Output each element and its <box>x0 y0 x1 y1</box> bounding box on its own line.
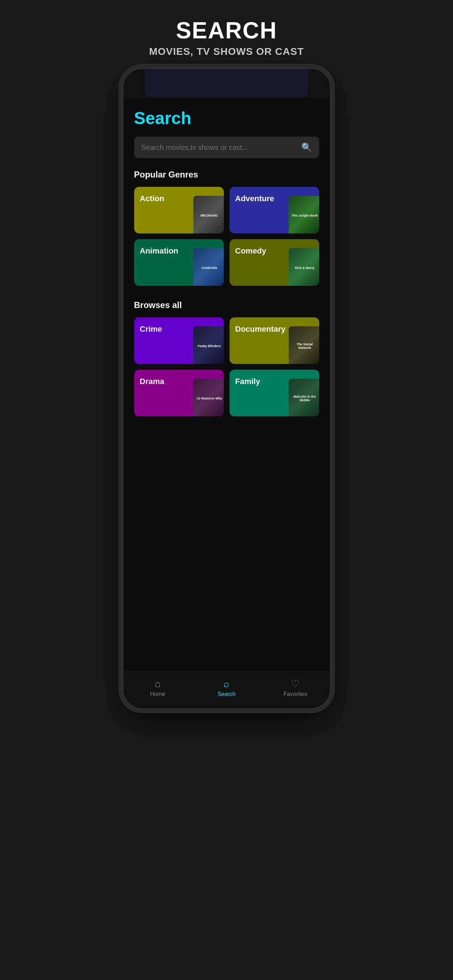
genre-card-crime[interactable]: Crime Peaky Blinders <box>134 317 224 364</box>
genre-image-crime: Peaky Blinders <box>193 326 224 364</box>
genre-image-action: MECHANIC <box>193 196 224 234</box>
top-banner: SEARCH MOVIES, TV SHOWS OR CAST <box>0 0 453 68</box>
genre-image-comedy: Rick & Morty <box>289 248 319 286</box>
genre-poster-drama: 13 Reasons Why <box>193 379 224 416</box>
genre-poster-comedy: Rick & Morty <box>289 248 319 286</box>
genre-image-family: Malcolm in the Middle <box>289 379 319 416</box>
search-icon[interactable]: 🔍 <box>301 142 312 153</box>
phone-notch <box>145 69 308 97</box>
browses-all-label: Browses all <box>134 300 319 310</box>
genre-label-comedy: Comedy <box>235 247 266 255</box>
banner-title: SEARCH <box>7 18 446 43</box>
genre-card-drama[interactable]: Drama 13 Reasons Why <box>134 370 224 416</box>
genre-poster-family: Malcolm in the Middle <box>289 379 319 416</box>
nav-item-search[interactable]: ⌕ Search <box>192 679 261 697</box>
genre-label-crime: Crime <box>140 325 162 334</box>
genre-label-action: Action <box>140 194 164 203</box>
popular-genres-label: Popular Genres <box>134 170 319 180</box>
genre-label-drama: Drama <box>140 377 164 386</box>
genre-image-documentary: The Social Network <box>289 326 319 364</box>
genre-card-action[interactable]: Action MECHANIC <box>134 187 224 234</box>
nav-label-favorites: Favorites <box>284 691 307 697</box>
nav-icon-search: ⌕ <box>223 679 230 689</box>
browses-all-grid: Crime Peaky Blinders Documentary The Soc… <box>134 317 319 416</box>
nav-label-home: Home <box>150 691 165 697</box>
genre-card-family[interactable]: Family Malcolm in the Middle <box>230 370 319 416</box>
genre-poster-adventure: The Jungle Book <box>289 196 319 234</box>
search-input[interactable] <box>141 143 301 152</box>
genre-image-drama: 13 Reasons Why <box>193 379 224 416</box>
nav-item-home[interactable]: ⌂ Home <box>123 679 192 697</box>
genre-label-animation: Animation <box>140 247 179 255</box>
genre-card-comedy[interactable]: Comedy Rick & Morty <box>230 239 319 286</box>
genre-image-adventure: The Jungle Book <box>289 196 319 234</box>
genre-label-adventure: Adventure <box>235 194 274 203</box>
page-title: Search <box>134 108 319 128</box>
search-bar[interactable]: 🔍 <box>134 137 319 158</box>
nav-item-favorites[interactable]: ♡ Favorites <box>261 679 330 697</box>
genre-label-family: Family <box>235 377 260 386</box>
nav-icon-favorites: ♡ <box>291 679 300 689</box>
nav-label-search: Search <box>217 691 236 697</box>
genre-card-adventure[interactable]: Adventure The Jungle Book <box>230 187 319 234</box>
genre-label-documentary: Documentary <box>235 325 286 334</box>
genre-card-documentary[interactable]: Documentary The Social Network <box>230 317 319 364</box>
popular-genres-grid: Action MECHANIC Adventure The Jungle Boo… <box>134 187 319 286</box>
phone-device: Search 🔍 Popular Genres Action MECHANIC … <box>123 68 331 709</box>
nav-icon-home: ⌂ <box>155 679 161 689</box>
phone-screen: Search 🔍 Popular Genres Action MECHANIC … <box>123 97 330 671</box>
genre-image-animation: Cinderella <box>193 248 224 286</box>
banner-subtitle: MOVIES, TV SHOWS OR CAST <box>7 46 446 57</box>
genre-poster-crime: Peaky Blinders <box>193 326 224 364</box>
genre-poster-animation: Cinderella <box>193 248 224 286</box>
genre-poster-documentary: The Social Network <box>289 326 319 364</box>
genre-card-animation[interactable]: Animation Cinderella <box>134 239 224 286</box>
bottom-navigation: ⌂ Home ⌕ Search ♡ Favorites <box>123 671 330 708</box>
genre-poster-action: MECHANIC <box>193 196 224 234</box>
